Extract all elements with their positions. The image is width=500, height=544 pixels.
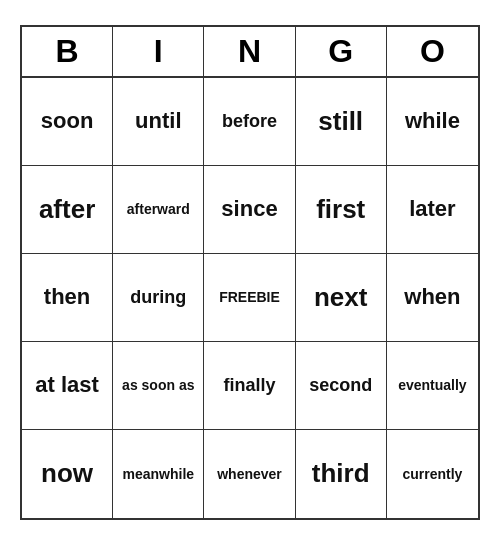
bingo-cell-10: then bbox=[22, 254, 113, 342]
bingo-cell-3: still bbox=[296, 78, 387, 166]
bingo-cell-8: first bbox=[296, 166, 387, 254]
header-letter-g: G bbox=[296, 27, 387, 76]
bingo-card: BINGO soonuntilbeforestillwhileafterafte… bbox=[20, 25, 480, 520]
bingo-cell-22: whenever bbox=[204, 430, 295, 518]
bingo-cell-0: soon bbox=[22, 78, 113, 166]
bingo-header: BINGO bbox=[22, 27, 478, 78]
bingo-cell-11: during bbox=[113, 254, 204, 342]
bingo-cell-16: as soon as bbox=[113, 342, 204, 430]
bingo-cell-23: third bbox=[296, 430, 387, 518]
bingo-cell-9: later bbox=[387, 166, 478, 254]
bingo-cell-17: finally bbox=[204, 342, 295, 430]
bingo-cell-2: before bbox=[204, 78, 295, 166]
bingo-cell-4: while bbox=[387, 78, 478, 166]
bingo-cell-5: after bbox=[22, 166, 113, 254]
bingo-cell-24: currently bbox=[387, 430, 478, 518]
bingo-cell-14: when bbox=[387, 254, 478, 342]
bingo-cell-21: meanwhile bbox=[113, 430, 204, 518]
header-letter-b: B bbox=[22, 27, 113, 76]
bingo-cell-13: next bbox=[296, 254, 387, 342]
bingo-cell-12: FREEBIE bbox=[204, 254, 295, 342]
bingo-cell-6: afterward bbox=[113, 166, 204, 254]
header-letter-i: I bbox=[113, 27, 204, 76]
header-letter-o: O bbox=[387, 27, 478, 76]
bingo-grid: soonuntilbeforestillwhileafterafterwards… bbox=[22, 78, 478, 518]
bingo-cell-19: eventually bbox=[387, 342, 478, 430]
bingo-cell-18: second bbox=[296, 342, 387, 430]
bingo-cell-1: until bbox=[113, 78, 204, 166]
bingo-cell-20: now bbox=[22, 430, 113, 518]
bingo-cell-15: at last bbox=[22, 342, 113, 430]
bingo-cell-7: since bbox=[204, 166, 295, 254]
header-letter-n: N bbox=[204, 27, 295, 76]
